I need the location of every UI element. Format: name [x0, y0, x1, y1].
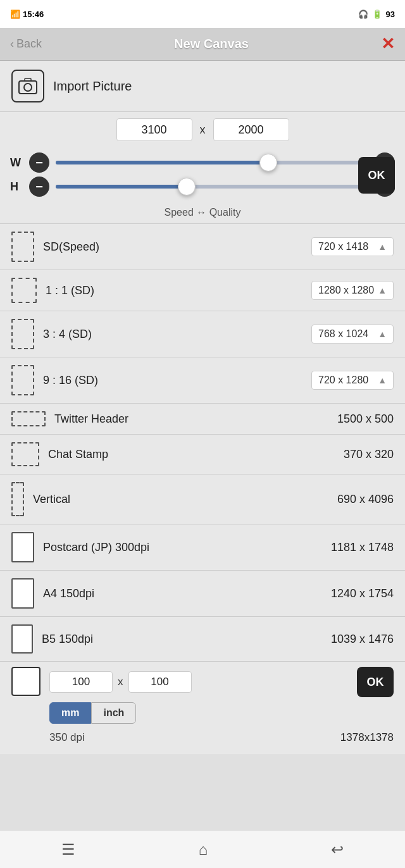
custom-size-area: 100 x 100 OK mm inch 350 dpi 1378x1378: [0, 662, 405, 754]
home-icon[interactable]: ⌂: [199, 841, 208, 859]
3-4-sd-size[interactable]: 768 x 1024 ▲: [311, 325, 394, 344]
size-separator: x: [200, 123, 206, 137]
width-slider-track[interactable]: [56, 161, 368, 164]
slider-ok-button[interactable]: OK: [358, 157, 395, 194]
status-left: 📶 15:46: [10, 9, 44, 19]
preset-postcard-jp[interactable]: Postcard (JP) 300dpi 1181 x 1748: [0, 524, 405, 570]
custom-separator: x: [118, 676, 123, 688]
custom-canvas-icon: [11, 667, 40, 696]
vertical-size: 690 x 4096: [337, 493, 394, 506]
chevron-left-icon: ‹: [10, 37, 14, 51]
a4-size: 1240 x 1754: [331, 587, 394, 600]
headphone-icon: 🎧: [358, 9, 368, 19]
nav-title: New Canvas: [174, 37, 249, 51]
dpi-result: 1378x1378: [340, 731, 394, 744]
status-bar: 📶 15:46 🎧 🔋 93: [0, 0, 405, 28]
speed-quality-label: Speed ↔ Quality: [0, 206, 405, 223]
preset-3-4-sd[interactable]: 3 : 4 (SD) 768 x 1024 ▲: [0, 311, 405, 357]
1-1-sd-name: 1 : 1 (SD): [46, 284, 302, 297]
preset-list: SD(Speed) 720 x 1418 ▲ 1 : 1 (SD) 1280 x…: [0, 223, 405, 662]
3-4-sd-name: 3 : 4 (SD): [43, 328, 302, 341]
twitter-header-icon: [11, 411, 46, 426]
chat-stamp-name: Chat Stamp: [48, 448, 335, 461]
svg-rect-2: [25, 78, 31, 81]
preset-vertical[interactable]: Vertical 690 x 4096: [0, 474, 405, 524]
time: 15:46: [23, 9, 44, 19]
1-1-sd-size[interactable]: 1280 x 1280 ▲: [311, 281, 394, 300]
battery-icon: 🔋: [372, 9, 382, 19]
h-label: H: [10, 180, 23, 194]
chat-stamp-size: 370 x 320: [344, 448, 394, 461]
preset-1-1-sd[interactable]: 1 : 1 (SD) 1280 x 1280 ▲: [0, 270, 405, 311]
preset-sd-speed[interactable]: SD(Speed) 720 x 1418 ▲: [0, 223, 405, 270]
sd-speed-icon: [11, 232, 34, 262]
twitter-header-name: Twitter Header: [54, 412, 328, 426]
w-label: W: [10, 156, 23, 170]
close-button[interactable]: ✕: [381, 34, 395, 54]
vertical-name: Vertical: [33, 493, 328, 506]
preset-twitter-header[interactable]: Twitter Header 1500 x 500: [0, 403, 405, 434]
unit-inch-button[interactable]: inch: [91, 702, 136, 724]
signal-icon: 📶: [10, 9, 20, 19]
sd-speed-size[interactable]: 720 x 1418 ▲: [311, 237, 394, 256]
a4-icon: [11, 578, 34, 609]
height-slider-row: H − +: [10, 177, 395, 197]
import-picture-row[interactable]: Import Picture: [0, 61, 405, 112]
preset-a4[interactable]: A4 150dpi 1240 x 1754: [0, 570, 405, 616]
height-slider-track[interactable]: [56, 185, 368, 189]
b5-size: 1039 x 1476: [331, 633, 394, 646]
sliders-area: W − + H − + OK: [0, 145, 405, 206]
svg-point-1: [24, 84, 32, 91]
twitter-header-size: 1500 x 500: [337, 412, 394, 426]
sd-speed-name: SD(Speed): [43, 240, 302, 254]
postcard-jp-size: 1181 x 1748: [331, 541, 394, 554]
nav-bar: ‹ Back New Canvas ✕: [0, 28, 405, 61]
b5-name: B5 150dpi: [42, 633, 322, 646]
1-1-sd-icon: [11, 278, 37, 303]
9-16-sd-name: 9 : 16 (SD): [43, 374, 302, 387]
width-slider-row: W − +: [10, 152, 395, 173]
dpi-label: 350 dpi: [49, 731, 85, 744]
custom-size-section: 100 x 100 OK mm inch 350 dpi 1378x1378: [49, 667, 394, 747]
custom-width-input[interactable]: 100: [49, 671, 113, 693]
a4-name: A4 150dpi: [43, 587, 322, 600]
unit-mm-button[interactable]: mm: [49, 702, 91, 724]
postcard-jp-name: Postcard (JP) 300dpi: [43, 541, 322, 554]
width-input[interactable]: 3100: [116, 118, 192, 141]
3-4-sd-icon: [11, 319, 34, 349]
back-label: Back: [16, 37, 42, 51]
custom-ok-button[interactable]: OK: [357, 667, 394, 697]
main-content: Import Picture 3100 x 2000 W − + H −: [0, 61, 405, 754]
height-input[interactable]: 2000: [213, 118, 289, 141]
unit-row: mm inch: [49, 702, 394, 724]
custom-height-input[interactable]: 100: [128, 671, 192, 693]
back-nav-icon[interactable]: ↩: [331, 841, 344, 859]
import-label: Import Picture: [53, 79, 132, 94]
height-minus-button[interactable]: −: [29, 177, 49, 197]
bottom-nav: ☰ ⌂ ↩: [0, 830, 405, 868]
back-button[interactable]: ‹ Back: [10, 37, 42, 51]
9-16-sd-size[interactable]: 720 x 1280 ▲: [311, 371, 394, 390]
width-minus-button[interactable]: −: [29, 152, 49, 173]
menu-icon[interactable]: ☰: [61, 841, 75, 859]
9-16-sd-icon: [11, 365, 34, 395]
dpi-result-row: 350 dpi 1378x1378: [49, 729, 394, 747]
battery-percent: 93: [386, 9, 395, 19]
preset-9-16-sd[interactable]: 9 : 16 (SD) 720 x 1280 ▲: [0, 357, 405, 403]
status-right: 🎧 🔋 93: [358, 9, 395, 19]
camera-icon: [11, 70, 44, 102]
b5-icon: [11, 624, 33, 654]
chat-stamp-icon: [11, 442, 39, 466]
size-input-row: 3100 x 2000: [0, 112, 405, 145]
preset-chat-stamp[interactable]: Chat Stamp 370 x 320: [0, 434, 405, 474]
vertical-icon: [11, 482, 24, 516]
postcard-jp-icon: [11, 532, 34, 562]
preset-b5[interactable]: B5 150dpi 1039 x 1476: [0, 616, 405, 662]
